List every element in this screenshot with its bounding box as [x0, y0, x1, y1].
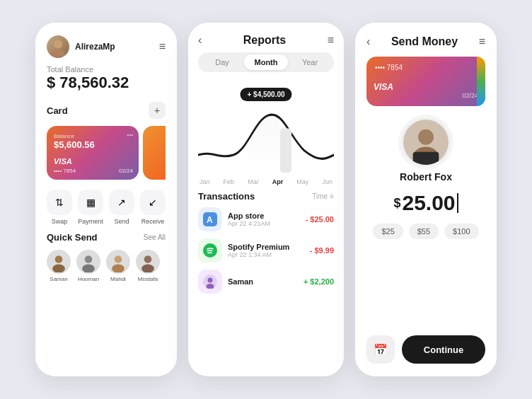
card-color-accent — [477, 57, 485, 106]
month-mar: Mar — [248, 178, 259, 185]
svg-point-8 — [144, 255, 152, 263]
transaction-appstore[interactable]: A App store Apr 22 4:21AM - $25.00 — [198, 207, 334, 231]
send-label: Send — [114, 218, 129, 225]
contact-mahdi[interactable]: Mahdi — [106, 250, 130, 282]
send-money-menu-icon[interactable]: ≡ — [479, 35, 485, 48]
bottom-actions: 📅 Continue — [366, 335, 485, 364]
svg-point-6 — [115, 255, 122, 263]
month-jun: Jun — [322, 178, 332, 185]
quick-send-header: Quick Send See All — [47, 232, 166, 243]
svg-rect-20 — [413, 152, 439, 165]
saman-info: Saman — [228, 277, 298, 286]
appstore-icon: A — [198, 207, 222, 231]
see-all-link[interactable]: See All — [144, 233, 166, 241]
amount-dollar-sign: $ — [393, 196, 400, 211]
left-panel: AlirezaMp ≡ Total Balance $ 78,560.32 Ca… — [35, 23, 177, 376]
right-panel: ‹ Send Money ≡ VISA •••• 7854 02/24 Robe… — [355, 23, 497, 376]
continue-button[interactable]: Continue — [402, 335, 485, 364]
payment-action[interactable]: ▦ Payment — [78, 190, 103, 225]
swap-icon: ⇅ — [47, 190, 72, 215]
quick-amount-55[interactable]: $55 — [409, 224, 439, 239]
svg-point-0 — [54, 40, 62, 48]
appstore-info: App store Apr 22 4:21AM — [228, 212, 300, 227]
card-balance-label: Balance — [54, 133, 132, 139]
send-money-title: Send Money — [391, 35, 458, 48]
spotify-amount: - $9.99 — [310, 246, 334, 255]
chart-tooltip: + $4,500.00 — [240, 88, 291, 101]
transaction-spotify[interactable]: Spotify Premium Apr 22 1:34 AM - $9.99 — [198, 238, 334, 262]
add-card-button[interactable]: + — [149, 102, 166, 119]
right-card-number: •••• 7854 — [375, 64, 477, 71]
quick-send-avatars: Saman Hooman Mahdi Mostafa — [47, 250, 166, 282]
swap-action[interactable]: ⇅ Swap — [47, 190, 72, 225]
svg-point-1 — [51, 50, 64, 57]
svg-text:A: A — [207, 215, 213, 225]
contact-name-mahdi: Mahdi — [110, 276, 126, 282]
card-number: •••• 7854 — [54, 168, 76, 174]
contact-name-mostafa: Mostafa — [138, 276, 158, 282]
appstore-date: Apr 22 4:21AM — [228, 220, 300, 227]
recipient-section: Robert Fox — [366, 117, 485, 183]
receive-label: Receive — [141, 218, 165, 225]
avatar — [47, 35, 69, 58]
send-money-card[interactable]: VISA •••• 7854 02/24 — [366, 57, 485, 106]
contact-saman[interactable]: Saman — [47, 250, 71, 282]
transactions-list: A App store Apr 22 4:21AM - $25.00 Spoti… — [198, 207, 334, 294]
calendar-button[interactable]: 📅 — [366, 335, 395, 364]
month-labels: Jan Feb Mar Apr May Jun — [198, 178, 334, 185]
actions-row: ⇅ Swap ▦ Payment ↗ Send ↙ Receive — [47, 190, 166, 225]
spotify-icon — [198, 238, 222, 262]
time-filter[interactable]: Time ≡ — [312, 192, 334, 200]
card-section-header: Card + — [47, 102, 166, 119]
svg-point-15 — [208, 278, 213, 283]
svg-point-5 — [82, 265, 95, 272]
send-icon: ↗ — [109, 190, 134, 215]
right-back-button[interactable]: ‹ — [366, 35, 370, 48]
user-info: AlirezaMp — [47, 35, 115, 58]
send-action[interactable]: ↗ Send — [109, 190, 134, 225]
contact-avatar-saman — [47, 250, 71, 274]
quick-amount-100[interactable]: $100 — [444, 224, 478, 239]
balance-section: Total Balance $ 78,560.32 — [47, 65, 166, 92]
appstore-amount: - $25.00 — [306, 215, 334, 224]
receive-action[interactable]: ↙ Receive — [140, 190, 166, 225]
contact-avatar-mostafa — [136, 250, 160, 274]
right-visa-logo: VISA — [374, 82, 393, 92]
credit-card-2[interactable] — [143, 126, 166, 180]
contact-name-hooman: Hooman — [78, 276, 99, 282]
contact-avatar-mahdi — [106, 250, 130, 274]
time-label: Time — [312, 192, 328, 200]
tab-month[interactable]: Month — [244, 54, 288, 70]
quick-send-label: Quick Send — [47, 232, 98, 243]
period-tabs: Day Month Year — [198, 52, 334, 72]
swap-label: Swap — [52, 218, 68, 225]
back-button[interactable]: ‹ — [198, 34, 202, 47]
menu-icon[interactable]: ≡ — [159, 40, 166, 53]
card-label: Card — [47, 105, 68, 116]
contact-hooman[interactable]: Hooman — [76, 250, 100, 282]
username: AlirezaMp — [75, 42, 115, 52]
appstore-name: App store — [228, 212, 300, 220]
center-nav: ‹ Reports ≡ — [198, 34, 334, 47]
filter-icon: ≡ — [330, 192, 334, 200]
line-chart — [198, 102, 334, 173]
tab-day[interactable]: Day — [200, 54, 244, 70]
contact-mostafa[interactable]: Mostafa — [136, 250, 160, 282]
reports-title: Reports — [243, 34, 286, 47]
contact-name-saman: Saman — [50, 276, 67, 282]
quick-amounts: $25 $55 $100 — [366, 224, 485, 239]
transaction-saman[interactable]: Saman + $2,200 — [198, 270, 334, 294]
tab-year[interactable]: Year — [288, 54, 332, 70]
svg-point-18 — [418, 129, 434, 145]
credit-card-1[interactable]: Balance $5,600.56 ••• VISA •••• 7854 02/… — [47, 126, 139, 180]
spotify-info: Spotify Premium Apr 22 1:34 AM — [228, 243, 304, 258]
svg-point-4 — [85, 255, 93, 263]
transactions-header: Transactions Time ≡ — [198, 191, 334, 202]
reports-menu-icon[interactable]: ≡ — [328, 34, 334, 47]
saman-icon — [198, 270, 222, 294]
cards-row: Balance $5,600.56 ••• VISA •••• 7854 02/… — [47, 126, 166, 180]
transactions-label: Transactions — [198, 191, 255, 202]
payment-label: Payment — [78, 218, 103, 225]
quick-amount-25[interactable]: $25 — [373, 224, 403, 239]
card-balance-value: $5,600.56 — [54, 139, 132, 150]
